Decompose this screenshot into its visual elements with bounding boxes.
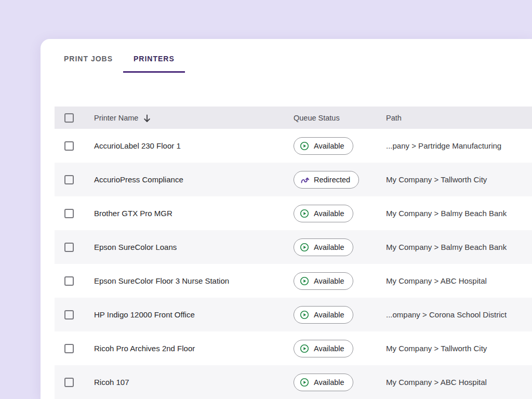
table-row: Brother GTX Pro MGR — [55, 196, 532, 230]
queue-status-label: Available — [314, 141, 344, 151]
row-checkbox[interactable] — [64, 310, 74, 320]
sort-descending-icon[interactable] — [143, 114, 152, 123]
table-row: Ricoh Pro Archives 2nd Floor — [55, 331, 532, 365]
printer-name: Epson SureColor Floor 3 Nurse Station — [94, 276, 294, 285]
play-circle-icon — [300, 378, 309, 387]
play-circle-icon — [300, 209, 309, 218]
table-row: HP Indigo 12000 Front Office — [55, 298, 532, 331]
row-checkbox[interactable] — [64, 344, 74, 353]
row-checkbox[interactable] — [64, 378, 74, 387]
queue-status-badge[interactable]: Available — [294, 238, 353, 256]
queue-status-badge[interactable]: Available — [294, 137, 353, 155]
table-row: AccurioPress Compliance — [55, 163, 532, 196]
column-header-path[interactable]: Path — [386, 114, 532, 122]
play-circle-icon — [300, 141, 309, 151]
queue-status-badge[interactable]: Available — [294, 272, 353, 290]
tab-bar: PRINT JOBS PRINTERS — [64, 54, 185, 73]
play-circle-icon — [300, 344, 309, 353]
queue-status-label: Available — [314, 276, 344, 286]
row-checkbox[interactable] — [64, 209, 74, 218]
printer-path: My Company > Balmy Beach Bank — [386, 243, 532, 251]
printer-name: HP Indigo 12000 Front Office — [94, 310, 294, 319]
queue-status-label: Available — [314, 310, 344, 320]
printer-path: ...pany > Partridge Manufacturing — [386, 141, 532, 150]
table-row: Epson SureColor Loans — [55, 230, 532, 264]
printer-path: My Company > Balmy Beach Bank — [386, 209, 532, 218]
table-row: AccurioLabel 230 Floor 1 — [55, 129, 532, 163]
printer-name: AccurioPress Compliance — [94, 175, 294, 184]
queue-status-label: Redirected — [314, 175, 350, 184]
table-row: Epson SureColor Floor 3 Nurse Station — [55, 264, 532, 298]
play-circle-icon — [300, 310, 309, 320]
printer-path: ...ompany > Corona School District — [386, 310, 532, 319]
row-checkbox[interactable] — [64, 276, 74, 286]
printer-path: My Company > Tallworth City — [386, 344, 532, 353]
row-checkbox[interactable] — [64, 141, 74, 151]
queue-status-badge[interactable]: Redirected — [294, 171, 359, 189]
table-header-row: Printer Name Queue Status Path — [55, 107, 532, 129]
tab-printers[interactable]: PRINTERS — [123, 54, 185, 73]
play-circle-icon — [300, 243, 309, 252]
printer-name: Ricoh 107 — [94, 378, 294, 387]
queue-status-badge[interactable]: Available — [294, 306, 353, 324]
play-circle-icon — [300, 276, 309, 286]
table-row: Ricoh 107 — [55, 365, 532, 399]
printer-path: My Company > ABC Hospital — [386, 378, 532, 387]
printers-table: Printer Name Queue Status Path AccurioLa… — [55, 107, 532, 399]
printer-name: Brother GTX Pro MGR — [94, 209, 294, 218]
printer-path: My Company > Tallworth City — [386, 175, 532, 184]
printer-name: AccurioLabel 230 Floor 1 — [94, 141, 294, 150]
column-header-printer-name[interactable]: Printer Name — [94, 113, 294, 123]
select-all-checkbox[interactable] — [64, 113, 74, 123]
queue-status-label: Available — [314, 243, 344, 252]
queue-status-badge[interactable]: Available — [294, 205, 353, 222]
queue-status-badge[interactable]: Available — [294, 374, 353, 391]
queue-status-label: Available — [314, 378, 344, 387]
redirect-arrow-icon — [300, 175, 309, 184]
queue-status-label: Available — [314, 344, 344, 353]
printer-name: Epson SureColor Loans — [94, 243, 294, 251]
column-header-queue-status[interactable]: Queue Status — [294, 114, 386, 122]
queue-status-label: Available — [314, 209, 344, 218]
row-checkbox[interactable] — [64, 175, 74, 184]
row-checkbox[interactable] — [64, 243, 74, 252]
printer-name: Ricoh Pro Archives 2nd Floor — [94, 344, 294, 353]
printers-panel: PRINT JOBS PRINTERS Printer Name Queue S… — [41, 39, 532, 399]
printer-path: My Company > ABC Hospital — [386, 276, 532, 285]
tab-print-jobs[interactable]: PRINT JOBS — [64, 54, 113, 73]
queue-status-badge[interactable]: Available — [294, 340, 353, 357]
